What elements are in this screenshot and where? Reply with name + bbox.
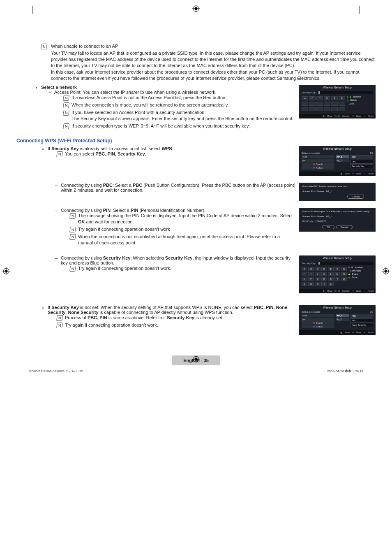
section-label: Select a network xyxy=(41,85,77,90)
body-text: If you have selected an Access Point wit… xyxy=(71,110,206,115)
note-icon: N xyxy=(69,266,76,272)
note-heading: When unable to connect to an AP xyxy=(51,43,376,49)
screenshot-security-key-hex: Wireless Network Setup Security Key ABCD… xyxy=(299,85,376,118)
note-icon: N xyxy=(63,102,69,108)
body-text: Connecting by using PIN: Select a PIN (P… xyxy=(61,208,296,213)
body-text: If Security Key is not set: When the sec… xyxy=(48,305,296,315)
doc-filename: [8000-SA]BN68-01988G-Eng.indb 35 xyxy=(29,369,83,373)
screenshot-select-network-nonesec: Wireless Network Setup Select a network3… xyxy=(299,305,376,335)
note-icon: N xyxy=(56,323,63,328)
body-text: Access Point: You can select the IP shar… xyxy=(54,90,217,95)
body-text: The Security Key input screen appears. E… xyxy=(71,116,293,121)
body-text: Try again if connecting operation doesn'… xyxy=(78,226,170,232)
doc-timestamp: 2009-04-10 �� 1:26:18 xyxy=(327,369,363,373)
note-icon: N xyxy=(63,123,69,129)
body-text: When the connection is made, you will be… xyxy=(71,102,229,108)
registration-mark-bottom xyxy=(192,355,200,363)
note-icon: N xyxy=(41,44,47,49)
note-paragraph: Your TV may fail to locate an AP that is… xyxy=(51,50,376,69)
screenshot-pbc-prompt: Press the PBC button on the access point… xyxy=(299,183,376,202)
screenshot-select-network-seckey: Wireless Network Setup Select a network3… xyxy=(299,146,376,176)
body-text: When the connection is not established a… xyxy=(78,234,296,246)
body-text: Process of PBC, PIN is same as above. Re… xyxy=(65,315,224,321)
note-icon: N xyxy=(69,213,76,219)
note-icon: N xyxy=(63,110,69,116)
screenshot-security-key-full: Wireless Network Setup Security Key ABCD… xyxy=(299,255,376,293)
note-icon: N xyxy=(63,95,69,101)
note-icon: N xyxy=(69,227,76,232)
body-text: Connecting by using Security Key: When s… xyxy=(61,255,296,265)
registration-mark-right xyxy=(382,267,390,275)
body-text: If security encryption type is WEP, 0~9,… xyxy=(71,123,250,129)
body-text: If a wireless Access Point is not in the… xyxy=(71,95,226,101)
registration-mark-left xyxy=(2,267,10,275)
screenshot-pin-prompt: Press OK After input TV's Pincode in the… xyxy=(299,208,376,231)
registration-mark-top xyxy=(192,5,200,12)
section-title: Connecting WPS (Wi-Fi Protected Setup) xyxy=(16,138,376,144)
note-icon: N xyxy=(56,151,63,157)
note-paragraph: In this case, ask your Internet service … xyxy=(51,69,376,81)
body-text: If Security Key is already set: In acces… xyxy=(48,146,173,151)
body-text: Try again if connecting operation doesn'… xyxy=(65,322,158,328)
body-text: The message showing the PIN Code is disp… xyxy=(78,213,296,225)
body-text: You can select PBC, PIN, Security Key. xyxy=(65,151,146,157)
body-text: Connecting by using PBC: Select a PBC (P… xyxy=(55,183,296,193)
note-icon: N xyxy=(56,315,63,321)
note-icon: N xyxy=(69,234,76,240)
body-text: Try again if connecting operation doesn'… xyxy=(78,265,171,272)
